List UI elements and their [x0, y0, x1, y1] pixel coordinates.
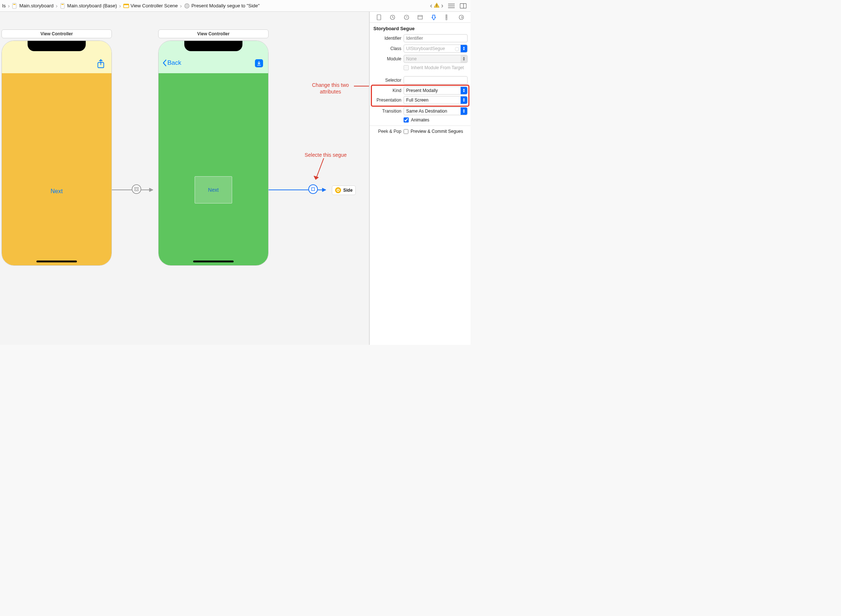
crumb-root[interactable]: ls — [1, 2, 6, 9]
crumb-label: Present Modally segue to "Side" — [191, 3, 260, 9]
animates-label: Animates — [411, 117, 429, 123]
module-dropdown[interactable]: None ▲▼ — [404, 55, 467, 63]
segue-icon — [184, 3, 190, 9]
inspector-panel: ? Storyboard Segue Identifier Class UISt… — [369, 12, 470, 345]
svg-rect-7 — [186, 5, 188, 7]
view-body — [2, 73, 111, 265]
dropdown-stepper-icon[interactable]: ▲▼ — [461, 97, 467, 104]
dropdown-stepper-icon[interactable]: ▲▼ — [461, 45, 467, 52]
chevron-right-icon: › — [56, 3, 58, 9]
file-inspector-tab[interactable] — [375, 13, 383, 21]
scene-title-2[interactable]: View Controller — [158, 29, 268, 38]
crumb-storyboard-file[interactable]: Main.storyboard — [11, 2, 54, 10]
share-icon[interactable] — [97, 59, 105, 70]
svg-point-6 — [185, 4, 189, 8]
chevron-right-icon: › — [180, 3, 182, 9]
selector-row: Selector — [373, 76, 467, 84]
transition-value: Same As Destination — [406, 109, 447, 114]
phone-mock-2[interactable]: Back Next — [158, 41, 268, 266]
crumb-scene[interactable]: View Controller Scene — [123, 2, 179, 10]
class-row: Class UIStoryboardSegue ◌ ▲▼ — [373, 44, 467, 53]
connections-inspector-tab[interactable] — [457, 13, 466, 21]
svg-rect-18 — [135, 187, 138, 191]
storyboard-canvas[interactable]: View Controller View Controller Next Bac… — [0, 12, 369, 345]
side-chip-label: Side — [343, 188, 352, 193]
selector-label: Selector — [373, 78, 401, 83]
phone-mock-1[interactable]: Next — [1, 41, 112, 266]
nav-back-button[interactable]: ‹ — [430, 2, 432, 10]
peekpop-label: Peek & Pop — [373, 129, 401, 134]
back-label: Back — [167, 59, 182, 67]
svg-rect-19 — [136, 188, 138, 190]
identifier-field[interactable] — [404, 34, 467, 42]
animates-checkbox[interactable] — [404, 117, 409, 123]
annotation-arrow-1 — [354, 84, 369, 88]
crumb-segue[interactable]: Present Modally segue to "Side" — [183, 2, 261, 10]
clear-icon[interactable]: ◌ — [455, 45, 459, 51]
adjust-editor-button[interactable] — [460, 2, 467, 10]
download-icon[interactable] — [255, 59, 263, 67]
home-indicator-icon — [193, 261, 234, 263]
svg-rect-3 — [62, 4, 64, 5]
peekpop-checkbox[interactable] — [404, 129, 408, 134]
kind-value: Present Modally — [406, 88, 438, 93]
segue-node-blue[interactable] — [308, 184, 318, 194]
svg-rect-13 — [460, 3, 466, 8]
dropdown-stepper-icon[interactable]: ▲▼ — [461, 87, 467, 94]
scene-icon — [123, 3, 129, 9]
module-row: Module None ▲▼ — [373, 55, 467, 63]
next-button[interactable]: Next — [51, 188, 63, 195]
animates-checkbox-row[interactable]: Animates — [404, 117, 467, 123]
size-inspector-tab[interactable] — [443, 13, 452, 21]
highlighted-attributes: Kind Present Modally ▲▼ Presentation Ful… — [372, 86, 468, 106]
identifier-input[interactable] — [406, 36, 465, 41]
chevron-right-icon: › — [8, 3, 10, 9]
transition-dropdown[interactable]: Same As Destination ▲▼ — [404, 107, 467, 115]
view-body — [158, 73, 268, 265]
svg-rect-21 — [312, 188, 315, 191]
chevron-right-icon: › — [119, 3, 121, 9]
nav-forward-button[interactable]: › — [441, 2, 443, 10]
selector-field[interactable] — [404, 76, 467, 84]
transition-label: Transition — [373, 109, 401, 114]
svg-rect-32 — [446, 15, 447, 20]
kind-dropdown[interactable]: Present Modally ▲▼ — [404, 87, 467, 95]
svg-rect-26 — [377, 15, 381, 20]
outline-toggle-button[interactable] — [448, 2, 455, 10]
inherit-module-checkbox — [404, 65, 409, 70]
top-toolbar: ls › Main.storyboard › Main.storyboard (… — [0, 0, 470, 12]
crumb-storyboard-base[interactable]: Main.storyboard (Base) — [59, 2, 118, 10]
presentation-row: Presentation Full Screen ▲▼ — [373, 96, 467, 104]
divider — [370, 126, 470, 126]
selector-input[interactable] — [406, 78, 465, 83]
viewcontroller-icon — [335, 187, 341, 193]
scene-title-label: View Controller — [41, 31, 73, 37]
presentation-dropdown[interactable]: Full Screen ▲▼ — [404, 96, 467, 104]
attributes-inspector-tab[interactable] — [429, 13, 438, 21]
dropdown-stepper-icon[interactable]: ▲▼ — [461, 55, 467, 63]
crumb-label: Main.storyboard (Base) — [67, 3, 117, 9]
segue-node-gray[interactable] — [132, 184, 141, 194]
scene-title-1[interactable]: View Controller — [1, 29, 112, 38]
dropdown-stepper-icon[interactable]: ▲▼ — [461, 107, 467, 115]
history-inspector-tab[interactable] — [388, 13, 397, 21]
storyboard-file-icon — [12, 3, 18, 9]
svg-point-23 — [337, 189, 339, 191]
peekpop-check-label: Preview & Commit Segues — [410, 129, 463, 134]
identity-inspector-tab[interactable] — [416, 13, 425, 21]
warning-icon[interactable] — [434, 2, 440, 9]
class-dropdown[interactable]: UIStoryboardSegue ◌ ▲▼ — [404, 44, 467, 53]
module-label: Module — [373, 56, 401, 62]
side-scene-chip[interactable]: Side — [332, 185, 356, 195]
notch-icon — [184, 41, 242, 51]
crumb-label: ls — [2, 3, 6, 9]
svg-rect-30 — [418, 15, 422, 19]
home-indicator-icon — [37, 261, 77, 263]
svg-rect-9 — [436, 6, 437, 7]
inherit-module-label: Inherit Module From Target — [411, 65, 464, 70]
peekpop-checkbox-wrap[interactable]: Preview & Commit Segues — [404, 129, 467, 134]
container-view[interactable]: Next — [195, 176, 232, 204]
segue-connector-blue[interactable] — [268, 187, 331, 193]
back-button[interactable]: Back — [162, 59, 182, 67]
help-inspector-tab[interactable]: ? — [402, 13, 411, 21]
